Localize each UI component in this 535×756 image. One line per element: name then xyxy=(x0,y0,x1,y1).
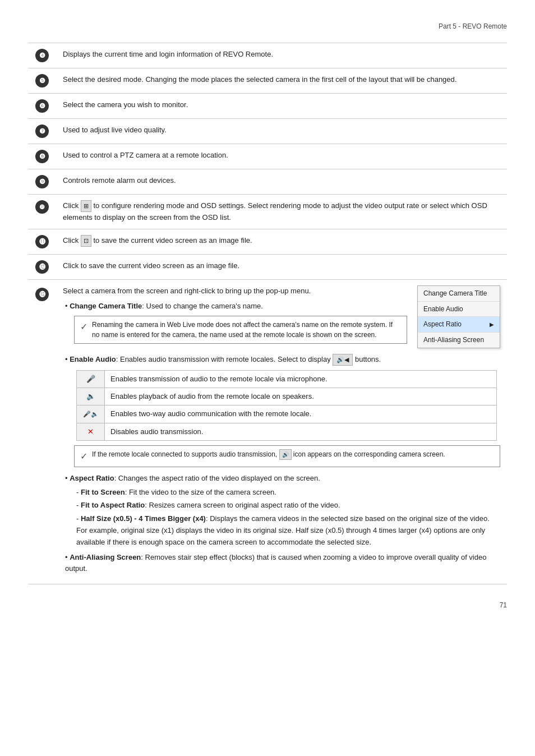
table-row-13: ⓭ Select a camera from the screen and ri… xyxy=(28,280,507,584)
num-cell-8: ❽ xyxy=(28,144,56,169)
table-row: ❽ Used to control a PTZ camera at a remo… xyxy=(28,144,507,169)
badge-13: ⓭ xyxy=(35,288,49,301)
osd-icon: ⊞ xyxy=(81,200,91,212)
header: Part 5 - REVO Remote xyxy=(28,22,507,33)
bullet-dot: • xyxy=(65,302,70,310)
num-cell-4: ❹ xyxy=(28,43,56,68)
badge-5: ❺ xyxy=(35,74,49,87)
badge-8: ❽ xyxy=(35,150,49,163)
badge-12: ⓬ xyxy=(35,260,49,274)
aspect-ratio-desc: : Changes the aspect ratio of the video … xyxy=(114,474,320,482)
content-10: Click ⊞ to configure rendering mode and … xyxy=(56,195,507,229)
change-camera-title-label: Change Camera Title xyxy=(70,302,142,310)
enable-audio-desc2: buttons. xyxy=(353,355,381,363)
num-cell-10: ❿ xyxy=(28,195,56,229)
table-row: ⓬ Click to save the current video screen… xyxy=(28,255,507,280)
note-box-1: ✓ Renaming the camera in Web Live mode d… xyxy=(74,316,407,344)
content-13: Select a camera from the screen and righ… xyxy=(56,280,507,584)
sub2-text: : Resizes camera screen to original aspe… xyxy=(145,501,340,509)
enable-audio-desc: : Enables audio transmission with remote… xyxy=(116,355,333,363)
content-11: Click ⊡ to save the current video screen… xyxy=(56,229,507,255)
speaker-icon-cell: 🔈 xyxy=(77,388,105,405)
table-row: ❻ Select the camera you wish to monitor. xyxy=(28,94,507,119)
badge-11: ⓫ xyxy=(35,235,49,248)
table-row: ❾ Controls remote alarm out devices. xyxy=(28,169,507,195)
audio-table: 🎤 Enables transmission of audio to the r… xyxy=(76,370,497,441)
badge-4: ❹ xyxy=(35,49,49,62)
check-icon-2: ✓ xyxy=(80,450,87,463)
table-row: ⓫ Click ⊡ to save the current video scre… xyxy=(28,229,507,255)
bullet-dot: • xyxy=(65,355,70,363)
disable-icon-cell: ✕ xyxy=(77,423,105,440)
num-cell-5: ❺ xyxy=(28,68,56,94)
content-6: Select the camera you wish to monitor. xyxy=(56,94,507,119)
popup-item-label: Aspect Ratio xyxy=(423,319,462,330)
popup-text: Select a camera from the screen and righ… xyxy=(63,285,407,347)
table-row: ❺ Select the desired mode. Changing the … xyxy=(28,68,507,94)
enable-audio-label: Enable Audio xyxy=(70,355,116,363)
note-box-2: ✓ If the remote locale connected to supp… xyxy=(74,445,500,467)
num-cell-11: ⓫ xyxy=(28,229,56,255)
popup-menu-item-aspect-ratio: Aspect Ratio ▶ xyxy=(418,317,500,333)
audio-icon-inline: 🔊 xyxy=(279,449,292,460)
mic-icon-cell: 🎤 xyxy=(77,371,105,388)
num-cell-6: ❻ xyxy=(28,94,56,119)
both-desc: Enables two-way audio communication with… xyxy=(105,405,497,423)
footer-page: 71 xyxy=(28,601,507,609)
num-cell-9: ❾ xyxy=(28,169,56,195)
header-title: Part 5 - REVO Remote xyxy=(28,22,507,33)
content-7: Used to adjust live video quality. xyxy=(56,119,507,144)
content-4: Displays the current time and login info… xyxy=(56,43,507,68)
submenu-arrow-icon: ▶ xyxy=(490,320,494,329)
table-row: ❿ Click ⊞ to configure rendering mode an… xyxy=(28,195,507,229)
aspect-sub1: - Fit to Screen: Fit the video to the si… xyxy=(76,487,500,499)
enable-audio-section: • Enable Audio: Enables audio transmissi… xyxy=(65,354,500,366)
check-icon-1: ✓ xyxy=(80,320,87,334)
popup-intro: Select a camera from the screen and righ… xyxy=(63,285,407,297)
num-cell-12: ⓬ xyxy=(28,255,56,280)
disable-desc: Disables audio transmission. xyxy=(105,423,497,440)
popup-area: Select a camera from the screen and righ… xyxy=(63,285,500,348)
popup-item-label: Anti-Aliasing Screen xyxy=(423,335,484,345)
content-9: Controls remote alarm out devices. xyxy=(56,169,507,195)
anti-aliasing-section: • Anti-Aliasing Screen: Removes stair st… xyxy=(65,552,500,575)
aspect-sub2: - Fit to Aspect Ratio: Resizes camera sc… xyxy=(76,500,500,511)
badge-6: ❻ xyxy=(35,99,49,113)
badge-10: ❿ xyxy=(35,200,49,214)
aspect-ratio-bullet: • Aspect Ratio: Changes the aspect ratio… xyxy=(65,473,500,485)
popup-menu-item-change-camera-title: Change Camera Title xyxy=(418,286,500,302)
num-cell-7: ❼ xyxy=(28,119,56,144)
content-8: Used to control a PTZ camera at a remote… xyxy=(56,144,507,169)
sub1-text: : Fit the video to the size of the camer… xyxy=(125,488,276,496)
popup-menu-item-enable-audio: Enable Audio xyxy=(418,302,500,317)
aspect-ratio-label: Aspect Ratio xyxy=(70,474,114,482)
num-cell-13: ⓭ xyxy=(28,280,56,584)
aspect-sub3: - Half Size (x0.5) - 4 Times Bigger (x4)… xyxy=(76,513,500,548)
note1-text: Renaming the camera in Web Live mode doe… xyxy=(92,320,401,340)
badge-7: ❼ xyxy=(35,125,49,138)
audio-row-speaker: 🔈 Enables playback of audio from the rem… xyxy=(77,388,497,405)
save-icon: ⊡ xyxy=(81,235,91,247)
anti-aliasing-label: Anti-Aliasing Screen xyxy=(70,553,141,561)
change-camera-title-section: • Change Camera Title: Used to change th… xyxy=(65,301,407,312)
audio-row-both: 🎤🔈 Enables two-way audio communication w… xyxy=(77,405,497,423)
popup-item-label: Enable Audio xyxy=(423,304,463,315)
content-5: Select the desired mode. Changing the mo… xyxy=(56,68,507,94)
speaker-icon: 🔈 xyxy=(86,392,95,400)
bullet-dot: • xyxy=(65,474,70,482)
mic-icon: 🎤 xyxy=(86,375,95,383)
note2-text: If the remote locale connected to suppor… xyxy=(92,449,445,460)
speaker-desc: Enables playback of audio from the remot… xyxy=(105,388,497,405)
audio-row-mic: 🎤 Enables transmission of audio to the r… xyxy=(77,371,497,388)
audio-buttons-icon: 🔊◀ xyxy=(333,354,353,366)
both-audio-icon: 🎤🔈 xyxy=(83,411,99,417)
table-row: ❼ Used to adjust live video quality. xyxy=(28,119,507,144)
popup-menu: Change Camera Title Enable Audio Aspect … xyxy=(417,285,500,348)
popup-menu-item-anti-aliasing: Anti-Aliasing Screen xyxy=(418,333,500,348)
aspect-ratio-section: • Aspect Ratio: Changes the aspect ratio… xyxy=(65,473,500,548)
content-12: Click to save the current video screen a… xyxy=(56,255,507,280)
bullet-dot: • xyxy=(65,553,70,561)
change-camera-title-desc: : Used to change the camera's name. xyxy=(142,302,263,310)
badge-9: ❾ xyxy=(35,175,49,188)
main-table: ❹ Displays the current time and login in… xyxy=(28,43,507,584)
